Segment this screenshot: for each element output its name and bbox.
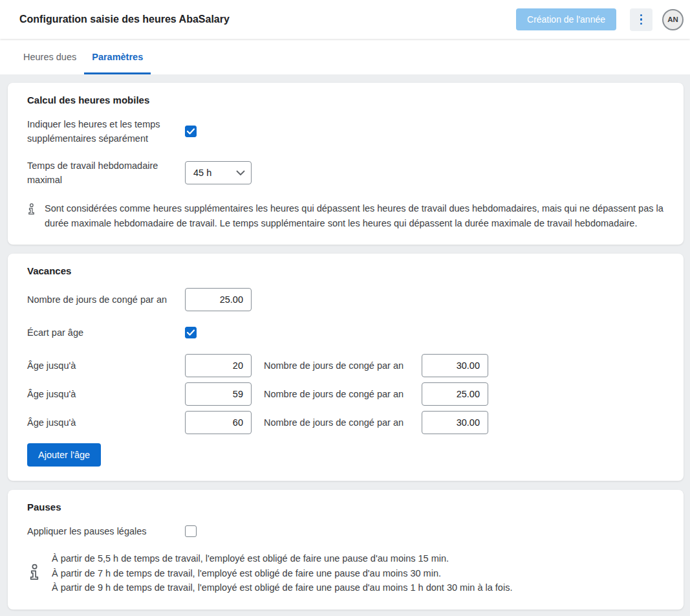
checkmark-icon bbox=[187, 128, 195, 135]
max-weekly-selected-value: 45 h bbox=[193, 168, 236, 178]
age-until-input[interactable] bbox=[185, 411, 252, 434]
card-title: Pauses bbox=[27, 501, 664, 512]
break-rule-line: À partir de 5,5 h de temps de travail, l… bbox=[52, 551, 512, 566]
avatar-initials: AN bbox=[667, 16, 678, 23]
legal-breaks-checkbox[interactable] bbox=[185, 525, 197, 537]
days-per-year-input[interactable] bbox=[422, 354, 488, 377]
app-header: Configuration saisie des heures AbaSalar… bbox=[0, 0, 690, 39]
card-title: Vacances bbox=[27, 265, 664, 276]
age-until-input[interactable] bbox=[185, 382, 252, 406]
card-vacations: Vacances Nombre de jours de congé par an… bbox=[8, 254, 684, 481]
break-rule-line: À partir de 9 h de temps de travail, l'e… bbox=[52, 580, 512, 595]
add-age-button[interactable]: Ajouter l'âge bbox=[27, 443, 101, 467]
legal-breaks-info: À partir de 5,5 h de temps de travail, l… bbox=[52, 551, 512, 595]
separate-hours-label: Indiquer les heures et les temps supplém… bbox=[27, 117, 185, 146]
create-year-button[interactable]: Création de l'année bbox=[516, 8, 616, 30]
legal-breaks-label: Appliquer les pauses légales bbox=[27, 524, 185, 538]
break-rule-line: À partir de 7 h de temps de travail, l'e… bbox=[52, 566, 512, 581]
info-icon bbox=[27, 564, 52, 583]
info-icon bbox=[27, 201, 45, 217]
overtime-info-text: Sont considérées comme heures supplément… bbox=[45, 201, 664, 230]
card-title: Calcul des heures mobiles bbox=[27, 94, 664, 105]
page-title: Configuration saisie des heures AbaSalar… bbox=[19, 14, 516, 25]
avatar[interactable]: AN bbox=[662, 9, 684, 30]
age-row: Âge jusqu'à Nombre de jours de congé par… bbox=[27, 354, 664, 377]
kebab-menu-icon bbox=[640, 14, 643, 17]
age-until-label: Âge jusqu'à bbox=[27, 415, 185, 430]
tab-heures-dues[interactable]: Heures dues bbox=[16, 39, 84, 74]
days-per-year-label: Nombre de jours de congé par an bbox=[27, 292, 185, 307]
age-until-label: Âge jusqu'à bbox=[27, 358, 185, 373]
settings-content: Calcul des heures mobiles Indiquer les h… bbox=[0, 74, 690, 616]
age-gap-checkbox[interactable] bbox=[185, 327, 197, 338]
days-per-year-label: Nombre de jours de congé par an bbox=[264, 387, 422, 401]
chevron-down-icon bbox=[236, 170, 245, 176]
age-until-label: Âge jusqu'à bbox=[27, 387, 185, 401]
tab-bar: Heures dues Paramètres bbox=[0, 39, 690, 74]
age-row: Âge jusqu'à Nombre de jours de congé par… bbox=[27, 411, 664, 434]
max-weekly-label: Temps de travail hebdomadaire maximal bbox=[27, 159, 185, 187]
days-per-year-input[interactable] bbox=[422, 382, 488, 406]
days-per-year-input[interactable] bbox=[185, 288, 252, 311]
more-options-button[interactable] bbox=[630, 8, 652, 31]
days-per-year-label: Nombre de jours de congé par an bbox=[264, 415, 422, 430]
age-row: Âge jusqu'à Nombre de jours de congé par… bbox=[27, 382, 664, 406]
days-per-year-label: Nombre de jours de congé par an bbox=[264, 358, 422, 373]
checkmark-icon bbox=[187, 329, 195, 336]
age-gap-label: Écart par âge bbox=[27, 325, 185, 340]
days-per-year-input[interactable] bbox=[422, 411, 488, 434]
card-breaks: Pauses Appliquer les pauses légales À pa… bbox=[8, 490, 684, 610]
tab-parametres[interactable]: Paramètres bbox=[84, 39, 151, 74]
max-weekly-select[interactable]: 45 h bbox=[185, 161, 252, 184]
age-until-input[interactable] bbox=[185, 354, 252, 377]
separate-hours-checkbox[interactable] bbox=[185, 126, 197, 137]
card-mobile-hours: Calcul des heures mobiles Indiquer les h… bbox=[8, 83, 684, 245]
